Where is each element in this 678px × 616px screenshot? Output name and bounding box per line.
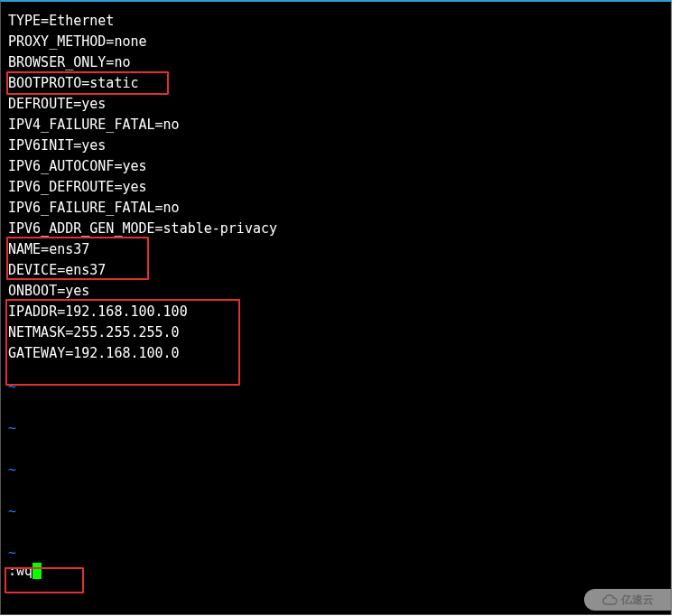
terminal-window[interactable]: TYPE=Ethernet PROXY_METHOD=none BROWSER_… xyxy=(0,0,672,615)
config-line-netmask: NETMASK=255.255.255.0 xyxy=(8,322,664,343)
empty-lines-region: ~ ~ ~ ~ ~ xyxy=(8,366,16,574)
config-line-type: TYPE=Ethernet xyxy=(8,11,664,32)
config-line-ipv4-failure-fatal: IPV4_FAILURE_FATAL=no xyxy=(8,115,664,135)
config-line-bootproto: BOOTPROTO=static xyxy=(8,73,664,94)
config-line-browser-only: BROWSER_ONLY=no xyxy=(8,52,664,73)
config-line-ipv6-autoconf: IPV6_AUTOCONF=yes xyxy=(8,156,664,177)
config-line-onboot: ONBOOT=yes xyxy=(8,281,664,302)
vi-command-line[interactable]: :wq xyxy=(8,561,42,582)
config-line-name: NAME=ens37 xyxy=(8,239,664,260)
tilde-marker: ~ xyxy=(8,420,16,436)
watermark-badge: 亿速云 xyxy=(584,589,671,611)
config-line-ipv6init: IPV6INIT=yes xyxy=(8,135,664,156)
watermark-text: 亿速云 xyxy=(621,593,654,608)
cursor-block xyxy=(33,563,42,579)
vi-command-text: :wq xyxy=(8,563,33,579)
tilde-marker: ~ xyxy=(8,378,16,395)
config-line-ipv6-addr-gen-mode: IPV6_ADDR_GEN_MODE=stable-privacy xyxy=(8,219,664,239)
config-line-ipv6-defroute: IPV6_DEFROUTE=yes xyxy=(8,177,664,198)
config-line-ipaddr: IPADDR=192.168.100.100 xyxy=(8,302,664,322)
tilde-marker: ~ xyxy=(8,545,16,561)
tilde-marker: ~ xyxy=(8,462,16,478)
config-line-device: DEVICE=ens37 xyxy=(8,260,664,281)
tilde-marker: ~ xyxy=(8,503,16,519)
config-line-defroute: DEFROUTE=yes xyxy=(8,94,664,115)
config-line-proxy-method: PROXY_METHOD=none xyxy=(8,32,664,52)
cloud-icon xyxy=(601,593,621,606)
config-line-gateway: GATEWAY=192.168.100.0 xyxy=(8,343,664,364)
config-line-ipv6-failure-fatal: IPV6_FAILURE_FATAL=no xyxy=(8,198,664,219)
